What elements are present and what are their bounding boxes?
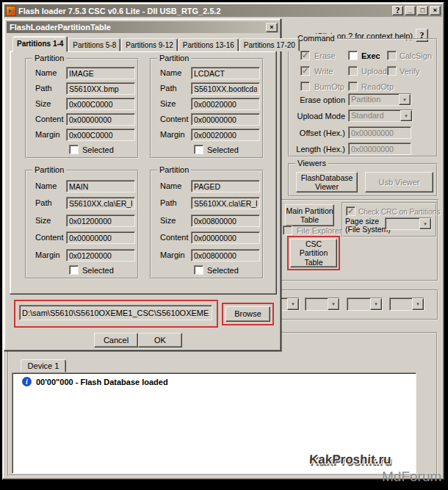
partition-group-1-legend: Partition [32,54,66,62]
content-input[interactable] [191,113,260,126]
port-select-3[interactable]: ▼ [347,298,383,311]
upload-checkbox-label: Upload [361,67,387,76]
cancel-button[interactable]: Cancel [94,333,138,347]
chevron-down-icon[interactable]: ▼ [400,110,412,121]
size-input[interactable] [191,215,260,227]
port-select-2[interactable]: ▼ [305,298,340,311]
ok-button[interactable]: OK [138,333,182,347]
write-checkbox[interactable]: ✓ [300,66,310,76]
size-label: Size [35,216,51,225]
app-icon [6,6,16,16]
tab-partitions-5-8[interactable]: Partitions 5-8 [68,38,120,51]
content-input[interactable] [66,113,135,126]
usb-viewer-button[interactable]: Usb Viewer [365,172,433,192]
dialog-title: FlashLoaderPartitionTable [8,23,111,32]
margin-input[interactable] [191,129,260,141]
name-label: Name [35,68,57,77]
margin-input[interactable] [66,249,135,262]
chevron-down-icon[interactable]: ▼ [399,94,411,105]
log-entry-text: 00'00"000 - Flash Database loaded [36,378,168,386]
page-size-select[interactable]: ▼ [385,217,432,230]
chevron-down-icon[interactable]: ▼ [412,298,424,310]
name-input[interactable] [66,180,135,192]
calcsign-checkbox-label: CalcSign [400,51,432,60]
path-input[interactable] [66,197,135,209]
tab-partitions-17-20[interactable]: Partitions 17-20 [239,38,300,51]
chevron-down-icon[interactable]: ▼ [419,218,431,229]
offset-hex-input[interactable] [348,126,411,139]
name-input[interactable] [191,67,260,79]
length-hex-label: Length (Hex.) [294,145,345,154]
path-label: Path [35,84,52,93]
port-select-4-value [390,298,412,310]
browse-button[interactable]: Browse [225,306,270,322]
erase-checkbox[interactable]: ✓ [300,51,310,60]
partition-group-4-legend: Partition [157,165,191,174]
command-group-label: Command [295,34,337,43]
size-input[interactable] [66,98,135,110]
chevron-down-icon[interactable]: ▼ [287,298,299,310]
maximize-icon[interactable]: □ [417,6,428,15]
tab-partitions-1-4[interactable]: Partitions 1-4 [12,36,68,52]
close-icon[interactable]: × [430,6,441,15]
tab-partitions-13-16[interactable]: Partitions 13-16 [178,38,239,51]
partition-group-3: Partition Name Path Size Content Margin … [25,170,139,279]
exec-checkbox[interactable] [348,51,358,60]
tab-device-1[interactable]: Device 1 [21,359,66,372]
flash-database-viewer-button[interactable]: FlashDatabase Viewer [296,172,358,192]
path-label: Path [35,198,52,207]
selected-checkbox[interactable] [194,145,203,154]
calcsign-checkbox[interactable] [387,51,397,60]
size-label: Size [160,216,176,225]
chevron-down-icon[interactable]: ▼ [370,298,382,310]
check-crc-label: Check CRC on Partitions [358,208,440,216]
length-hex-input[interactable] [348,143,411,155]
exec-checkbox-label: Exec [361,51,380,60]
size-input[interactable] [191,98,260,110]
content-input[interactable] [66,231,135,244]
path-input[interactable] [191,197,260,209]
path-input[interactable] [191,82,260,95]
burnotp-checkbox[interactable] [300,82,310,91]
verify-checkbox-label: Verify [400,67,420,76]
selected-checkbox[interactable] [194,265,203,275]
tab-partitions-9-12[interactable]: Partitions 9-12 [121,38,177,51]
chevron-down-icon[interactable]: ▼ [328,298,339,310]
titlebar-help-icon[interactable]: ? [392,6,403,15]
minimize-icon[interactable]: _ [405,6,416,15]
margin-input[interactable] [66,129,135,141]
erase-option-select[interactable]: Partition ▼ [348,93,411,106]
log-entry: i 00'00"000 - Flash Database loaded [22,377,168,386]
dialog-titlebar: FlashLoaderPartitionTable × [7,21,279,33]
file-explorer-checkbox[interactable] [283,226,292,235]
name-input[interactable] [66,67,135,79]
check-crc-checkbox[interactable]: ✓ [346,206,355,216]
size-input[interactable] [66,215,135,227]
ptt-file-path-input[interactable] [19,305,212,320]
port-select-3-value [347,298,370,310]
burnotp-checkbox-label: BurnOtp [314,82,344,91]
upload-mode-select[interactable]: Standard ▼ [348,109,413,122]
margin-label: Margin [160,130,185,139]
upload-checkbox[interactable] [348,66,358,76]
watermark-site: KakProshit.ru [308,453,391,467]
selected-label: Selected [207,266,239,275]
selected-checkbox[interactable] [69,145,79,154]
dialog-close-icon[interactable]: × [266,23,278,32]
name-input[interactable] [191,180,260,192]
path-input[interactable] [66,82,135,95]
info-icon: i [22,377,32,386]
size-label: Size [160,99,176,108]
verify-checkbox[interactable] [387,66,397,76]
file-explorer-label: File Explorer [297,226,342,235]
selected-label: Selected [207,145,239,154]
port-select-4[interactable]: ▼ [389,298,424,311]
readotp-checkbox[interactable] [348,82,358,91]
main-partition-table-button[interactable]: Main Partition Table [285,204,334,226]
content-input[interactable] [191,231,260,244]
upload-mode-label: Upload Mode [294,112,345,120]
margin-input[interactable] [191,249,260,262]
port-select-2-value [306,298,328,310]
selected-checkbox[interactable] [69,265,79,275]
readotp-checkbox-label: ReadOtp [361,82,394,91]
